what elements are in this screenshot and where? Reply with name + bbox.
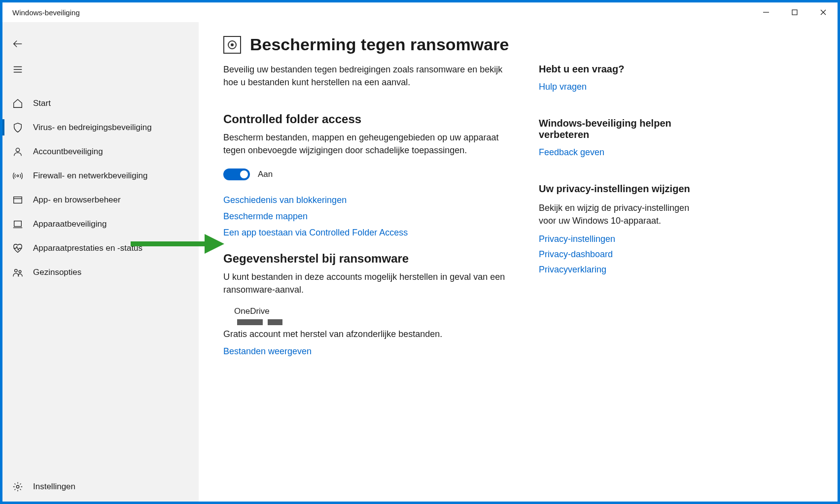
link-privacy-dashboard[interactable]: Privacy-dashboard <box>539 249 692 260</box>
svg-point-8 <box>16 148 19 151</box>
page-title-row: Bescherming tegen ransomware <box>223 35 509 54</box>
minimize-button[interactable] <box>752 2 780 22</box>
window-title: Windows-beveiliging <box>12 8 80 17</box>
link-allow-app[interactable]: Een app toestaan via Controlled Folder A… <box>223 228 509 238</box>
titlebar: Windows-beveiliging <box>2 2 838 22</box>
nav-family[interactable]: Gezinsopties <box>2 260 199 284</box>
nav-label: App- en browserbeheer <box>33 195 121 205</box>
family-icon <box>12 267 23 278</box>
recovery-section: Gegevensherstel bij ransomware U kunt be… <box>223 252 509 356</box>
hamburger-button[interactable] <box>2 57 199 82</box>
cfa-toggle[interactable] <box>223 168 250 180</box>
home-icon <box>12 98 23 109</box>
person-icon <box>12 146 23 157</box>
ransomware-icon <box>223 36 241 54</box>
link-privacy-statement[interactable]: Privacyverklaring <box>539 265 692 275</box>
onedrive-account-redacted <box>237 319 509 325</box>
cfa-toggle-row: Aan <box>223 168 509 180</box>
shield-icon <box>12 122 23 133</box>
onedrive-title: OneDrive <box>234 306 509 316</box>
main-column: Bescherming tegen ransomware Beveilig uw… <box>223 35 509 502</box>
link-help[interactable]: Hulp vragen <box>539 82 692 92</box>
svg-rect-12 <box>14 221 22 226</box>
svg-point-15 <box>19 270 21 272</box>
aside-column: Hebt u een vraag? Hulp vragen Windows-be… <box>539 35 692 502</box>
svg-point-16 <box>16 485 19 488</box>
aside-question-heading: Hebt u een vraag? <box>539 64 692 75</box>
nav-label: Accountbeveiliging <box>33 147 103 157</box>
page-title: Bescherming tegen ransomware <box>250 35 509 54</box>
link-feedback[interactable]: Feedback geven <box>539 147 692 158</box>
gear-icon <box>12 481 23 492</box>
sidebar: Start Virus- en bedreigingsbeveiliging A… <box>2 22 199 502</box>
recovery-heading: Gegevensherstel bij ransomware <box>223 252 509 266</box>
svg-point-14 <box>15 269 17 272</box>
onedrive-desc: Gratis account met herstel van afzonderl… <box>223 329 509 339</box>
device-icon <box>12 219 23 230</box>
cfa-heading: Controlled folder access <box>223 112 509 126</box>
nav-label: Virus- en bedreigingsbeveiliging <box>33 123 152 133</box>
content: Bescherming tegen ransomware Beveilig uw… <box>199 22 838 502</box>
recovery-desc: U kunt bestanden in deze accounts mogeli… <box>223 270 509 296</box>
nav-start[interactable]: Start <box>2 91 199 115</box>
cfa-desc: Bescherm bestanden, mappen en geheugenge… <box>223 131 509 157</box>
close-button[interactable] <box>809 2 838 22</box>
svg-point-9 <box>17 175 19 177</box>
nav-label: Start <box>33 99 51 108</box>
maximize-button[interactable] <box>780 2 809 22</box>
nav-label: Firewall- en netwerkbeveiliging <box>33 171 147 181</box>
nav-label: Gezinsopties <box>33 268 81 277</box>
nav-firewall[interactable]: Firewall- en netwerkbeveiliging <box>2 164 199 188</box>
aside-privacy: Uw privacy-instellingen wijzigen Bekijk … <box>539 183 692 275</box>
link-block-history[interactable]: Geschiedenis van blokkeringen <box>223 195 509 205</box>
nav-app-browser[interactable]: App- en browserbeheer <box>2 188 199 212</box>
page-lead: Beveilig uw bestanden tegen bedreigingen… <box>223 63 509 89</box>
window-controls <box>752 2 838 22</box>
aside-privacy-desc: Bekijk en wijzig de privacy-instellingen… <box>539 202 692 227</box>
aside-improve: Windows-beveiliging helpen verbeteren Fe… <box>539 118 692 158</box>
cfa-toggle-label: Aan <box>258 169 273 179</box>
nav-virus-threat[interactable]: Virus- en bedreigingsbeveiliging <box>2 115 199 139</box>
nav-label: Apparaatbeveiliging <box>33 219 106 229</box>
link-show-files[interactable]: Bestanden weergeven <box>223 346 509 357</box>
settings-label: Instellingen <box>33 482 75 492</box>
link-privacy-settings[interactable]: Privacy-instellingen <box>539 234 692 244</box>
nav-label: Apparaatprestaties en -status <box>33 243 142 253</box>
aside-question: Hebt u een vraag? Hulp vragen <box>539 64 692 92</box>
nav-performance[interactable]: Apparaatprestaties en -status <box>2 236 199 260</box>
svg-rect-1 <box>792 10 797 15</box>
aside-privacy-heading: Uw privacy-instellingen wijzigen <box>539 183 692 195</box>
network-icon <box>12 170 23 181</box>
app-icon <box>12 195 23 205</box>
back-button[interactable] <box>2 31 199 57</box>
body: Start Virus- en bedreigingsbeveiliging A… <box>2 22 838 502</box>
settings-button[interactable]: Instellingen <box>2 472 199 502</box>
aside-improve-heading: Windows-beveiliging helpen verbeteren <box>539 118 692 140</box>
nav: Start Virus- en bedreigingsbeveiliging A… <box>2 91 199 472</box>
window: Windows-beveiliging Star <box>2 2 838 502</box>
nav-account[interactable]: Accountbeveiliging <box>2 139 199 164</box>
nav-device-security[interactable]: Apparaatbeveiliging <box>2 212 199 236</box>
svg-rect-10 <box>14 197 22 203</box>
heart-icon <box>12 243 23 254</box>
link-protected-folders[interactable]: Beschermde mappen <box>223 211 509 222</box>
